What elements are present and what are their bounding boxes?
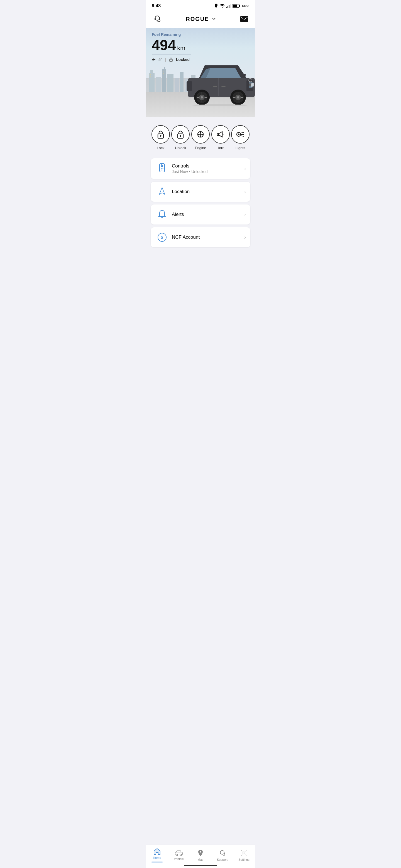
svg-point-74 <box>161 168 162 169</box>
vehicle-selector[interactable]: ROGUE <box>186 16 216 22</box>
lock-status: Locked <box>176 57 190 62</box>
svg-point-68 <box>238 133 239 135</box>
quick-controls-section: Lock Unlock <box>146 117 255 158</box>
controls-remote-icon <box>157 163 167 174</box>
controls-icon-container <box>155 163 169 174</box>
svg-point-76 <box>161 170 162 170</box>
lock-circle <box>151 125 170 144</box>
vehicle-name: ROGUE <box>186 16 209 22</box>
fuel-divider <box>152 55 191 55</box>
hero-section: Fuel Remaining 494 km 🌧 5° | Locked <box>146 28 255 117</box>
svg-point-10 <box>157 22 159 22</box>
horn-label: Horn <box>217 146 224 150</box>
fuel-label: Fuel Remaining <box>152 32 249 37</box>
controls-chevron: › <box>244 166 246 172</box>
weather-icon: 🌧 <box>152 57 156 62</box>
svg-rect-25 <box>149 76 151 77</box>
messages-button[interactable] <box>239 14 249 24</box>
wifi-icon <box>220 4 225 8</box>
alerts-menu-item[interactable]: Alerts › <box>151 205 250 224</box>
ncf-content: NCF Account <box>169 235 244 240</box>
controls-title: Controls <box>172 163 241 169</box>
support-headset-icon <box>218 849 226 857</box>
location-menu-item[interactable]: Location › <box>151 182 250 202</box>
svg-rect-18 <box>167 74 173 92</box>
svg-rect-13 <box>149 73 154 92</box>
svg-line-69 <box>241 132 244 133</box>
nav-home-label: Home <box>153 856 161 859</box>
ncf-icon-container: $ <box>155 232 169 242</box>
nav-settings[interactable]: Settings <box>233 849 255 861</box>
horn-button[interactable]: Horn <box>211 125 230 150</box>
status-time: 9:48 <box>152 3 161 8</box>
battery-icon <box>232 4 240 8</box>
svg-rect-84 <box>220 852 221 854</box>
vehicle-status: 🌧 5° | Locked <box>152 57 249 62</box>
svg-text:$: $ <box>161 235 164 240</box>
nav-map[interactable]: Map <box>190 849 211 861</box>
location-nav-icon <box>158 187 166 197</box>
app-header: ROGUE <box>146 10 255 28</box>
alerts-title: Alerts <box>172 212 241 217</box>
nav-settings-label: Settings <box>238 858 250 861</box>
home-active-indicator <box>151 862 163 862</box>
unlock-button[interactable]: Unlock <box>171 125 190 150</box>
nav-map-label: Map <box>197 858 203 861</box>
nav-support[interactable]: Support <box>211 849 233 861</box>
location-content: Location <box>169 189 244 194</box>
home-indicator-bar <box>184 865 217 866</box>
svg-point-75 <box>163 168 164 169</box>
engine-button[interactable]: Engine <box>191 125 210 150</box>
bottom-navigation: Home Vehicle Map Support <box>146 845 255 868</box>
alerts-content: Alerts <box>169 212 244 217</box>
location-icon <box>214 4 218 8</box>
alerts-chevron: › <box>244 212 246 218</box>
settings-gear-icon <box>240 849 248 857</box>
svg-rect-28 <box>170 59 172 61</box>
controls-subtitle: Just Now • Unlocked <box>172 169 241 174</box>
fuel-number: 494 <box>152 37 176 53</box>
lights-circle <box>231 125 250 144</box>
fuel-amount: 494 km <box>152 38 249 52</box>
lock-icon <box>169 57 173 62</box>
horn-icon <box>216 130 225 139</box>
lights-icon <box>236 130 245 139</box>
svg-point-65 <box>200 133 201 135</box>
svg-rect-9 <box>159 18 160 20</box>
ncf-chevron: › <box>244 235 246 240</box>
engine-circle <box>191 125 210 144</box>
unlock-circle <box>171 125 190 144</box>
svg-point-43 <box>237 96 239 98</box>
map-pin-icon <box>197 849 204 857</box>
location-chevron: › <box>244 189 246 195</box>
nav-home[interactable]: Home <box>146 848 168 862</box>
svg-rect-16 <box>162 69 166 92</box>
home-icon <box>153 848 161 855</box>
svg-point-86 <box>243 852 245 854</box>
svg-rect-6 <box>233 5 237 7</box>
status-bar: 9:48 66% <box>146 0 255 10</box>
svg-rect-24 <box>149 74 151 75</box>
lights-button[interactable]: Lights <box>231 125 250 150</box>
svg-rect-14 <box>150 70 153 74</box>
svg-point-77 <box>163 170 164 170</box>
svg-point-39 <box>201 96 203 98</box>
svg-rect-19 <box>175 78 179 92</box>
svg-rect-17 <box>164 67 165 69</box>
unlock-label: Unlock <box>175 146 186 150</box>
alerts-icon-container <box>155 210 169 219</box>
lights-label: Lights <box>236 146 245 150</box>
ncf-account-menu-item[interactable]: $ NCF Account › <box>151 227 250 247</box>
controls-menu-item[interactable]: Controls Just Now • Unlocked › <box>151 158 250 179</box>
controls-content: Controls Just Now • Unlocked <box>169 163 244 174</box>
lock-button[interactable]: Lock <box>151 125 170 150</box>
svg-rect-54 <box>221 86 226 87</box>
horn-circle <box>211 125 230 144</box>
support-icon[interactable] <box>152 13 163 25</box>
nav-vehicle[interactable]: Vehicle <box>168 850 190 861</box>
nav-vehicle-label: Vehicle <box>174 857 183 861</box>
svg-rect-11 <box>240 16 248 22</box>
mail-icon <box>240 16 249 22</box>
lock-icon <box>156 130 165 139</box>
svg-rect-85 <box>224 852 225 854</box>
